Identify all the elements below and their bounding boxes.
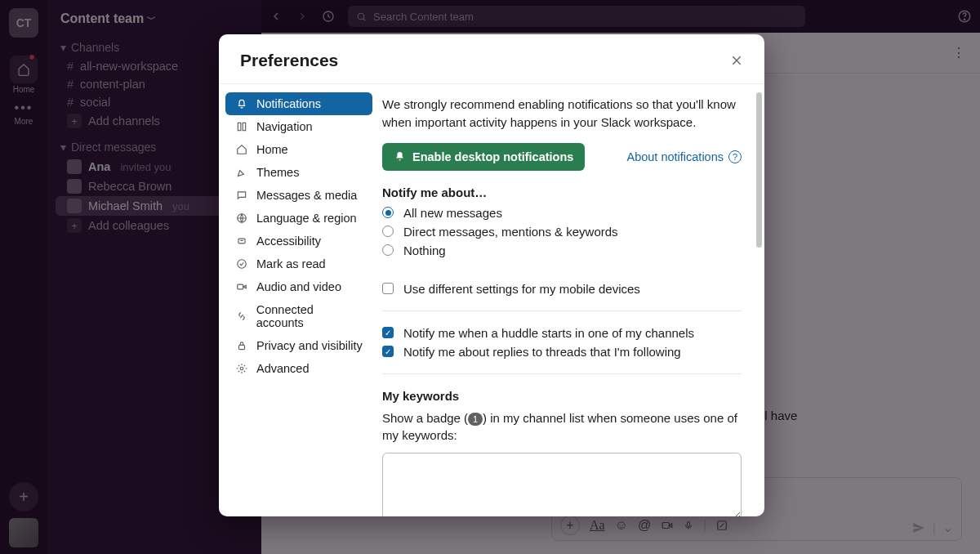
notif-intro: We strongly recommend enabling notificat…: [382, 96, 742, 132]
link-icon: [235, 311, 248, 322]
prefnav-markread[interactable]: Mark as read: [225, 252, 372, 275]
check-mobile-diff[interactable]: Use different settings for my mobile dev…: [382, 282, 742, 296]
svg-rect-7: [238, 123, 241, 130]
keywords-description: Show a badge (1) in my channel list when…: [382, 409, 742, 445]
checkbox-icon: ✓: [382, 346, 394, 357]
prefnav-themes[interactable]: Themes: [225, 161, 372, 184]
check-threads[interactable]: ✓Notify me about replies to threads that…: [382, 345, 742, 359]
navigation-icon: [235, 121, 248, 132]
preferences-nav: Notifications Navigation Home Themes Mes…: [219, 84, 379, 516]
prefnav-messages[interactable]: Messages & media: [225, 184, 372, 207]
radio-icon: [382, 244, 394, 256]
radio-all-messages[interactable]: All new messages: [382, 206, 742, 220]
messages-icon: [235, 190, 248, 201]
prefnav-connected[interactable]: Connected accounts: [225, 298, 372, 334]
globe-icon: [235, 212, 248, 224]
prefnav-home[interactable]: Home: [225, 138, 372, 161]
checkbox-icon: ✓: [382, 327, 394, 338]
notify-heading: Notify me about…: [382, 185, 742, 199]
home-icon: [235, 144, 248, 155]
modal-title: Preferences: [240, 51, 338, 70]
prefnav-notifications[interactable]: Notifications: [225, 92, 372, 115]
gear-icon: [235, 363, 248, 374]
radio-icon: [382, 226, 394, 237]
badge-icon: 1: [468, 413, 483, 426]
enable-notifications-button[interactable]: Enable desktop notifications: [382, 143, 585, 171]
radio-nothing[interactable]: Nothing: [382, 243, 742, 257]
check-huddle[interactable]: ✓Notify me when a huddle starts in one o…: [382, 326, 742, 340]
prefnav-accessibility[interactable]: Accessibility: [225, 230, 372, 252]
bell-icon: [394, 150, 406, 163]
preferences-content: We strongly recommend enabling notificat…: [379, 84, 764, 516]
themes-icon: [235, 167, 248, 178]
radio-icon: [382, 207, 394, 218]
svg-point-14: [240, 367, 243, 370]
svg-rect-8: [243, 123, 246, 130]
keywords-textarea[interactable]: [382, 453, 742, 516]
svg-rect-13: [239, 345, 245, 349]
help-icon: ?: [728, 150, 742, 163]
close-icon[interactable]: [730, 54, 743, 67]
preferences-modal: Preferences Notifications Navigation Hom…: [219, 34, 764, 516]
scrollbar[interactable]: [756, 92, 762, 248]
checkbox-icon: [382, 283, 394, 294]
bell-icon: [235, 98, 248, 109]
keywords-heading: My keywords: [382, 389, 742, 403]
accessibility-icon: [235, 235, 248, 247]
prefnav-privacy[interactable]: Privacy and visibility: [225, 334, 372, 357]
radio-dm-mentions[interactable]: Direct messages, mentions & keywords: [382, 225, 742, 239]
video-icon: [235, 281, 248, 293]
prefnav-language[interactable]: Language & region: [225, 207, 372, 230]
check-icon: [235, 258, 248, 270]
prefnav-navigation[interactable]: Navigation: [225, 115, 372, 138]
svg-point-11: [238, 260, 247, 269]
about-notifications-link[interactable]: About notifications ?: [627, 150, 742, 163]
lock-icon: [235, 340, 248, 351]
prefnav-advanced[interactable]: Advanced: [225, 357, 372, 380]
prefnav-audiovideo[interactable]: Audio and video: [225, 275, 372, 298]
